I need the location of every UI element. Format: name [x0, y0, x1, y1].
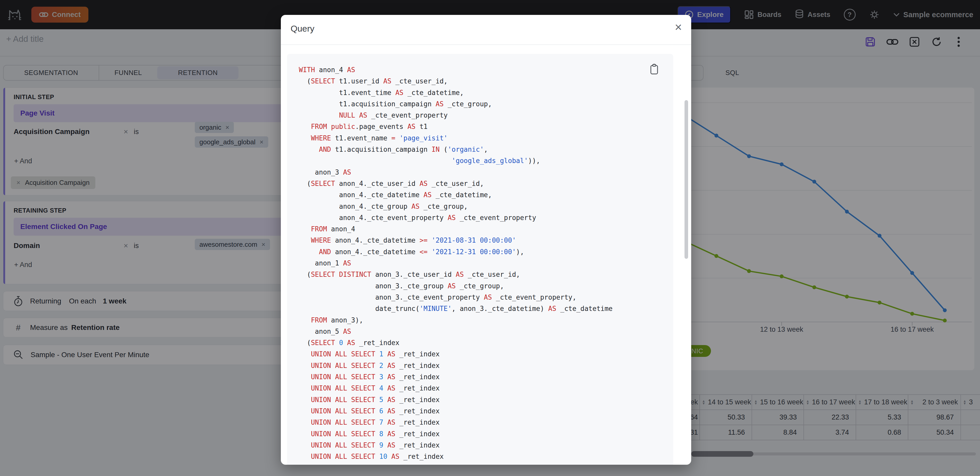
sql-code-line: UNION ALL SELECT 3 AS _ret_index: [299, 371, 668, 382]
sql-code-line: anon_3._cte_event_property AS _cte_event…: [299, 292, 668, 303]
sql-code-line: UNION ALL SELECT 6 AS _ret_index: [299, 405, 668, 417]
sql-code-line: WHERE t1.event_name = 'page_visit': [299, 132, 668, 144]
sql-code-line: UNION ALL SELECT 5 AS _ret_index: [299, 394, 668, 405]
sql-code-block: WITH anon_4 AS (SELECT t1.user_id AS _ct…: [287, 54, 673, 465]
sql-code-line: UNION ALL SELECT 8 AS _ret_index: [299, 428, 668, 440]
sql-code-line: 'google_ads_global')),: [299, 155, 668, 167]
sql-code-line: UNION ALL SELECT 7 AS _ret_index: [299, 417, 668, 428]
sql-code-line: AND t1.acquisition_campaign IN ('organic…: [299, 144, 668, 155]
sql-code-line: FROM anon_4: [299, 224, 668, 235]
sql-code-line: anon_5 AS: [299, 326, 668, 337]
sql-code-line: UNION ALL SELECT 1 AS _ret_index: [299, 348, 668, 360]
sql-code-line: (SELECT 0 AS _ret_index: [299, 337, 668, 348]
sql-code-line: anon_3._cte_group AS _cte_group,: [299, 280, 668, 292]
copy-to-clipboard-icon[interactable]: [649, 63, 659, 75]
modal-title: Query: [291, 24, 315, 33]
sql-code-line: UNION ALL SELECT 11 AS _ret_index: [299, 462, 668, 465]
sql-code-line: FROM public.page_events AS t1: [299, 121, 668, 132]
sql-code-line: anon_3 AS: [299, 167, 668, 178]
sql-code-line: AND anon_4._cte_datetime <= '2021-12-31 …: [299, 246, 668, 257]
sql-code-line: UNION ALL SELECT 4 AS _ret_index: [299, 382, 668, 394]
query-modal: Query × WITH anon_4 AS (SELECT t1.user_i…: [281, 15, 691, 465]
sql-code-line: UNION ALL SELECT 9 AS _ret_index: [299, 440, 668, 451]
sql-code-line: (SELECT DISTINCT anon_3._cte_user_id AS …: [299, 269, 668, 280]
modal-header-divider: [281, 44, 691, 45]
sql-code-line: UNION ALL SELECT 10 AS _ret_index: [299, 451, 668, 462]
sql-code-line: UNION ALL SELECT 2 AS _ret_index: [299, 360, 668, 371]
sql-code-line: anon_4._cte_datetime AS _cte_datetime,: [299, 189, 668, 200]
sql-code-line: anon_4._cte_group AS _cte_group,: [299, 201, 668, 212]
modal-close-icon[interactable]: ×: [675, 20, 682, 34]
sql-code-line: (SELECT anon_4._cte_user_id AS _cte_user…: [299, 178, 668, 189]
sql-code-line: WHERE anon_4._cte_datetime >= '2021-08-3…: [299, 235, 668, 246]
sql-code-line: anon_4._cte_event_property AS _cte_event…: [299, 212, 668, 224]
modal-scrollbar-thumb[interactable]: [684, 100, 688, 259]
sql-code-line: FROM anon_3),: [299, 314, 668, 326]
sql-code-line: t1.event_time AS _cte_datetime,: [299, 87, 668, 98]
sql-code-line: NULL AS _cte_event_property: [299, 109, 668, 121]
sql-code-line: anon_1 AS: [299, 257, 668, 269]
sql-code: WITH anon_4 AS (SELECT t1.user_id AS _ct…: [299, 64, 668, 465]
sql-code-line: WITH anon_4 AS: [299, 64, 668, 76]
sql-code-line: date_trunc('MINUTE', anon_3._cte_datetim…: [299, 303, 668, 314]
sql-code-line: t1.acquisition_campaign AS _cte_group,: [299, 98, 668, 109]
sql-code-line: (SELECT t1.user_id AS _cte_user_id,: [299, 76, 668, 87]
